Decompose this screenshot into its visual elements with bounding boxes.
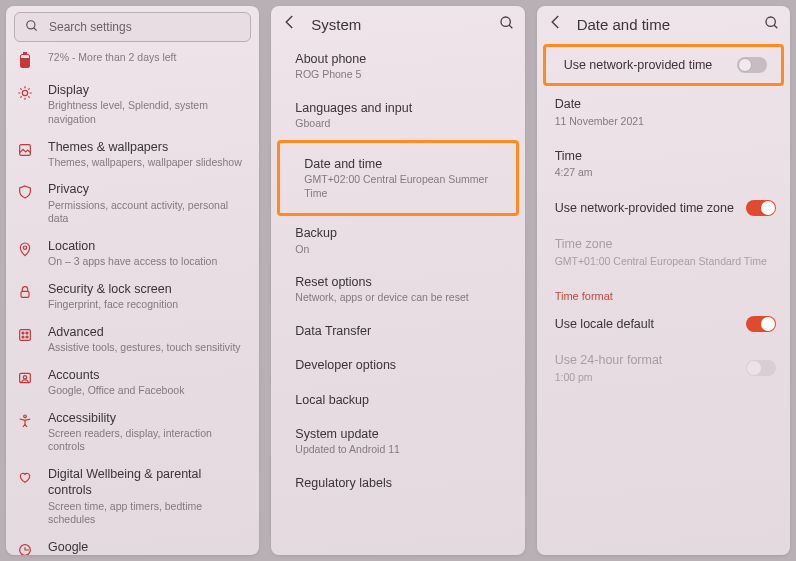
system-row-2[interactable]: Date and timeGMT+02:00 Central European … — [280, 147, 511, 210]
settings-row-display[interactable]: DisplayBrightness level, Splendid, syste… — [6, 76, 259, 133]
row-label: Time — [555, 148, 776, 164]
system-row-0[interactable]: About phoneROG Phone 5 — [271, 42, 524, 91]
row-sub: 11 November 2021 — [555, 115, 776, 129]
row-label: Security & lock screen — [48, 281, 247, 297]
back-icon[interactable] — [281, 13, 299, 35]
system-row-9[interactable]: Regulatory labels — [271, 466, 524, 500]
svg-rect-5 — [21, 291, 29, 297]
row-label: About phone — [295, 51, 510, 67]
google-icon — [16, 541, 34, 555]
svg-point-12 — [23, 375, 26, 378]
row-label: Display — [48, 82, 247, 98]
svg-point-9 — [22, 336, 24, 338]
row-label: Themes & wallpapers — [48, 139, 247, 155]
svg-point-13 — [24, 415, 27, 418]
svg-point-0 — [27, 20, 35, 28]
row-sub: Themes, wallpapers, wallpaper slideshow — [48, 156, 247, 170]
row-sub: 4:27 am — [555, 166, 776, 180]
row-label: Time zone — [555, 236, 776, 252]
row-label: Local backup — [295, 392, 510, 408]
datetime-row-0[interactable]: Use network-provided time — [546, 47, 781, 83]
system-row-8[interactable]: System updateUpdated to Android 11 — [271, 417, 524, 466]
row-label: Languages and input — [295, 100, 510, 116]
security-icon — [16, 283, 34, 301]
search-icon — [25, 19, 39, 36]
datetime-row-2[interactable]: Time4:27 am — [537, 138, 790, 190]
display-icon — [16, 84, 34, 102]
row-sub: Assistive tools, gestures, touch sensiti… — [48, 341, 247, 355]
row-label: Use network-provided time zone — [555, 200, 736, 216]
datetime-row-3[interactable]: Use network-provided time zone — [537, 190, 790, 226]
svg-rect-3 — [20, 144, 31, 155]
system-row-1[interactable]: Languages and inputGboard — [271, 91, 524, 140]
datetime-row-4[interactable]: Time zoneGMT+01:00 Central European Stan… — [537, 226, 790, 278]
row-label: Data Transfer — [295, 323, 510, 339]
row-sub: Screen time, app timers, bedtime schedul… — [48, 500, 247, 527]
datetime-row-1[interactable]: Date11 November 2021 — [537, 86, 790, 138]
timeformat-row-1[interactable]: Use 24-hour format1:00 pm — [537, 342, 790, 394]
svg-point-19 — [766, 17, 775, 26]
row-sub: GMT+02:00 Central European Summer Time — [304, 173, 497, 200]
back-icon[interactable] — [547, 13, 565, 35]
settings-main-pane: Search settings 72% - More than 2 days l… — [6, 6, 259, 555]
settings-row-battery[interactable]: 72% - More than 2 days left — [6, 44, 259, 76]
row-label: Regulatory labels — [295, 475, 510, 491]
toggle-switch[interactable] — [746, 360, 776, 376]
row-sub: Fingerprint, face recognition — [48, 298, 247, 312]
row-label: Use network-provided time — [564, 57, 727, 73]
timeformat-row-0[interactable]: Use locale default — [537, 306, 790, 342]
row-label: Reset options — [295, 274, 510, 290]
battery-icon — [16, 52, 34, 70]
settings-row-privacy[interactable]: PrivacyPermissions, account activity, pe… — [6, 175, 259, 232]
svg-point-7 — [22, 332, 24, 334]
location-icon — [16, 240, 34, 258]
row-label: Use 24-hour format — [555, 352, 736, 368]
accessibility-icon — [16, 412, 34, 430]
row-label: Digital Wellbeing & parental controls — [48, 466, 247, 499]
system-row-6[interactable]: Developer options — [271, 348, 524, 382]
row-label: Use locale default — [555, 316, 736, 332]
row-sub: ROG Phone 5 — [295, 68, 510, 82]
settings-row-location[interactable]: LocationOn – 3 apps have access to locat… — [6, 232, 259, 275]
row-label: Accessibility — [48, 410, 247, 426]
datetime-header: Date and time — [537, 6, 790, 42]
row-sub: 72% - More than 2 days left — [48, 51, 247, 65]
settings-row-wellbeing[interactable]: Digital Wellbeing & parental controlsScr… — [6, 460, 259, 533]
settings-row-google[interactable]: GoogleServices & preferences — [6, 533, 259, 555]
toggle-switch[interactable] — [746, 316, 776, 332]
section-time-format: Time format — [537, 278, 790, 306]
settings-row-security[interactable]: Security & lock screenFingerprint, face … — [6, 275, 259, 318]
date-time-pane: Date and time Use network-provided timeD… — [537, 6, 790, 555]
system-row-5[interactable]: Data Transfer — [271, 314, 524, 348]
search-icon[interactable] — [764, 15, 780, 34]
row-label: Date and time — [304, 156, 497, 172]
row-sub: On – 3 apps have access to location — [48, 255, 247, 269]
toggle-switch[interactable] — [746, 200, 776, 216]
toggle-switch[interactable] — [737, 57, 767, 73]
svg-point-4 — [23, 246, 26, 249]
search-settings[interactable]: Search settings — [14, 12, 251, 42]
row-label: Google — [48, 539, 247, 555]
svg-line-20 — [774, 25, 777, 28]
accounts-icon — [16, 369, 34, 387]
svg-point-17 — [501, 17, 510, 26]
search-icon[interactable] — [499, 15, 515, 34]
system-row-3[interactable]: BackupOn — [271, 216, 524, 265]
svg-rect-11 — [20, 373, 31, 382]
row-label: Advanced — [48, 324, 247, 340]
system-row-7[interactable]: Local backup — [271, 383, 524, 417]
row-label: Privacy — [48, 181, 247, 197]
row-sub: 1:00 pm — [555, 371, 736, 385]
system-row-4[interactable]: Reset optionsNetwork, apps or device can… — [271, 265, 524, 314]
settings-row-accounts[interactable]: AccountsGoogle, Office and Facebook — [6, 361, 259, 404]
settings-row-advanced[interactable]: AdvancedAssistive tools, gestures, touch… — [6, 318, 259, 361]
svg-point-10 — [26, 336, 28, 338]
row-sub: Gboard — [295, 117, 510, 131]
row-sub: Brightness level, Splendid, system navig… — [48, 99, 247, 126]
wellbeing-icon — [16, 468, 34, 486]
row-label: Developer options — [295, 357, 510, 373]
settings-row-accessibility[interactable]: AccessibilityScreen readers, display, in… — [6, 404, 259, 461]
row-sub: On — [295, 243, 510, 257]
settings-row-themes[interactable]: Themes & wallpapersThemes, wallpapers, w… — [6, 133, 259, 176]
row-label: System update — [295, 426, 510, 442]
